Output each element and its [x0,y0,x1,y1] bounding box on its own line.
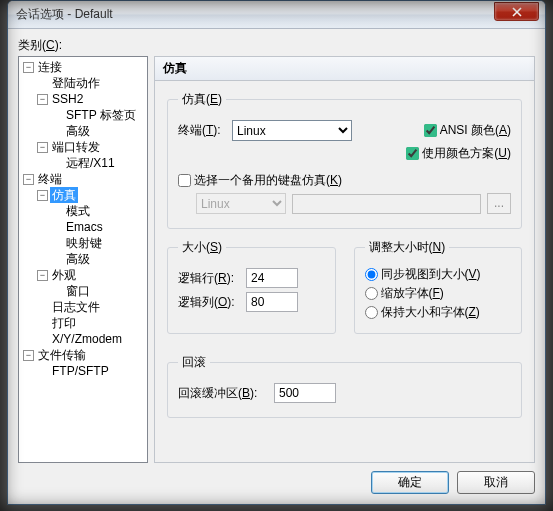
emulation-legend: 仿真(E) [178,91,226,108]
dialog-footer: 确定 取消 [18,463,535,494]
cols-label: 逻辑列(O): [178,294,240,311]
alt-keyboard-checkbox[interactable]: 选择一个备用的键盘仿真(K) [178,172,342,189]
tree-ssh2[interactable]: SSH2 [50,91,85,107]
alt-keyboard-select: Linux [196,193,286,214]
resize-group: 调整大小时(N) 同步视图到大小(V) 缩放字体(F) 保持大小和字体(Z) [354,239,523,334]
settings-panel: 仿真 仿真(E) 终端(T): Linux ANSI 颜色(A) 使用颜色方案(… [154,56,535,463]
tree-mode[interactable]: 模式 [64,203,92,219]
close-button[interactable] [494,2,539,21]
tree-sftp-tab[interactable]: SFTP 标签页 [64,107,138,123]
alt-keyboard-path [292,194,481,214]
size-legend: 大小(S) [178,239,226,256]
tree-login-action[interactable]: 登陆动作 [50,75,102,91]
toggle-icon[interactable]: − [37,94,48,105]
tree-connection[interactable]: 连接 [36,59,64,75]
scrollback-legend: 回滚 [178,354,210,371]
terminal-select[interactable]: Linux [232,120,352,141]
tree-log-file[interactable]: 日志文件 [50,299,102,315]
size-group: 大小(S) 逻辑行(R): 逻辑列(O): [167,239,336,334]
toggle-icon[interactable]: − [37,142,48,153]
toggle-icon[interactable]: − [37,190,48,201]
panel-title: 仿真 [155,57,534,81]
tree-window[interactable]: 窗口 [64,283,92,299]
radio-keep[interactable]: 保持大小和字体(Z) [365,304,512,321]
toggle-icon[interactable]: − [23,174,34,185]
tree-appearance[interactable]: 外观 [50,267,78,283]
cancel-button[interactable]: 取消 [457,471,535,494]
cols-input[interactable] [246,292,298,312]
tree-port-forward[interactable]: 端口转发 [50,139,102,155]
toggle-icon[interactable]: − [37,270,48,281]
resize-legend: 调整大小时(N) [365,239,450,256]
tree-print[interactable]: 打印 [50,315,78,331]
tree-mapped-keys[interactable]: 映射键 [64,235,104,251]
toggle-icon[interactable]: − [23,350,34,361]
scrollback-label: 回滚缓冲区(B): [178,385,268,402]
tree-emulation[interactable]: 仿真 [50,187,78,203]
terminal-label: 终端(T): [178,122,226,139]
category-tree[interactable]: −连接 登陆动作 −SSH2 SFTP 标签页 高级 −端口转发 [18,56,148,463]
tree-remote-x11[interactable]: 远程/X11 [64,155,117,171]
title-bar: 会话选项 - Default [8,1,545,29]
toggle-icon[interactable]: − [23,62,34,73]
dialog-window: 会话选项 - Default 类别(C): −连接 登陆动作 −SSH2 SFT… [7,0,546,505]
category-label: 类别(C): [18,37,535,54]
rows-input[interactable] [246,268,298,288]
tree-ftp-sftp[interactable]: FTP/SFTP [50,363,111,379]
scrollback-group: 回滚 回滚缓冲区(B): [167,354,522,418]
tree-advanced[interactable]: 高级 [64,251,92,267]
window-title: 会话选项 - Default [16,6,494,23]
radio-sync[interactable]: 同步视图到大小(V) [365,266,512,283]
emulation-group: 仿真(E) 终端(T): Linux ANSI 颜色(A) 使用颜色方案(U) [167,91,522,229]
browse-button: ... [487,193,511,214]
tree-advanced[interactable]: 高级 [64,123,92,139]
color-scheme-checkbox[interactable]: 使用颜色方案(U) [406,145,511,162]
ansi-color-checkbox[interactable]: ANSI 颜色(A) [424,122,511,139]
close-icon [512,7,522,17]
rows-label: 逻辑行(R): [178,270,240,287]
tree-file-transfer[interactable]: 文件传输 [36,347,88,363]
radio-scale[interactable]: 缩放字体(F) [365,285,512,302]
ok-button[interactable]: 确定 [371,471,449,494]
scrollback-input[interactable] [274,383,336,403]
tree-xyz[interactable]: X/Y/Zmodem [50,331,124,347]
tree-emacs[interactable]: Emacs [64,219,105,235]
tree-terminal[interactable]: 终端 [36,171,64,187]
